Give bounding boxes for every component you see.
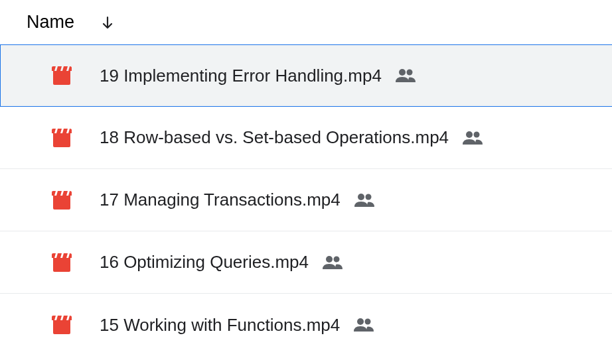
- file-name: 16 Optimizing Queries.mp4: [100, 252, 309, 273]
- file-list: 19 Implementing Error Handling.mp4 18: [0, 44, 612, 356]
- sort-arrow-down-icon[interactable]: [100, 15, 115, 30]
- shared-icon: [462, 131, 483, 145]
- file-name: 17 Managing Transactions.mp4: [100, 190, 341, 210]
- video-file-icon: [52, 66, 72, 85]
- file-content: 16 Optimizing Queries.mp4: [100, 252, 343, 273]
- file-row[interactable]: 19 Implementing Error Handling.mp4: [0, 44, 612, 107]
- file-content: 18 Row-based vs. Set-based Operations.mp…: [100, 127, 483, 148]
- column-header-name[interactable]: Name: [27, 12, 74, 32]
- shared-icon: [354, 193, 375, 208]
- file-row[interactable]: 17 Managing Transactions.mp4: [0, 169, 612, 231]
- svg-point-3: [474, 131, 480, 137]
- svg-point-5: [365, 194, 371, 200]
- svg-point-7: [334, 256, 340, 262]
- svg-point-2: [466, 131, 473, 138]
- file-row[interactable]: 18 Row-based vs. Set-based Operations.mp…: [0, 107, 612, 169]
- column-header: Name: [0, 0, 612, 44]
- file-content: 19 Implementing Error Handling.mp4: [100, 66, 416, 86]
- svg-point-8: [357, 318, 364, 325]
- file-content: 17 Managing Transactions.mp4: [100, 190, 375, 210]
- shared-icon: [395, 68, 416, 83]
- video-file-icon: [52, 129, 72, 147]
- shared-icon: [353, 318, 374, 332]
- shared-icon: [322, 255, 343, 270]
- file-name: 15 Working with Functions.mp4: [100, 315, 340, 335]
- svg-point-1: [406, 70, 412, 76]
- video-file-icon: [52, 253, 72, 272]
- file-row[interactable]: 16 Optimizing Queries.mp4: [0, 231, 612, 294]
- file-name: 19 Implementing Error Handling.mp4: [100, 66, 382, 86]
- svg-point-0: [399, 69, 406, 76]
- video-file-icon: [52, 316, 72, 334]
- svg-point-6: [326, 256, 333, 263]
- file-content: 15 Working with Functions.mp4: [100, 315, 374, 335]
- svg-point-9: [365, 319, 371, 325]
- video-file-icon: [52, 191, 72, 210]
- file-name: 18 Row-based vs. Set-based Operations.mp…: [100, 127, 449, 148]
- file-row[interactable]: 15 Working with Functions.mp4: [0, 294, 612, 356]
- svg-point-4: [358, 194, 364, 200]
